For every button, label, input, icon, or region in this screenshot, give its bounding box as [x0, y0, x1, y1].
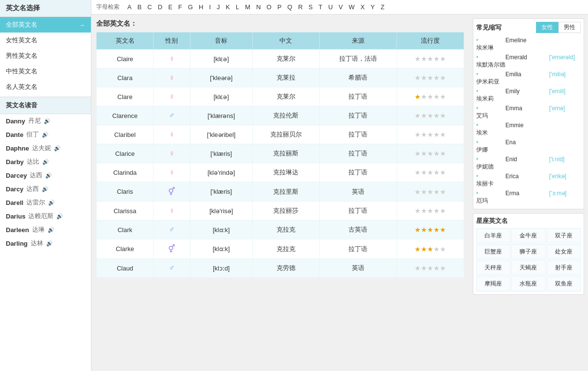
zodiac-cell[interactable]: 金牛座	[511, 228, 545, 243]
table-row[interactable]: Clark♂[klɑːk]克拉克古英语★★★★★	[97, 220, 464, 239]
abbr-item[interactable]: •Enid['iːnid]伊妮德	[476, 155, 581, 172]
table-row[interactable]: Claud♂[klɔːd]克劳德英语★★★★★	[97, 259, 464, 278]
table-row[interactable]: Claris⚥['klæris]克拉里斯英语★★★★★	[97, 182, 464, 202]
alpha-letter-btn[interactable]: N	[253, 2, 263, 12]
sidebar-name-item[interactable]: Darling 达林 🔊	[0, 236, 91, 250]
alpha-letter-btn[interactable]: S	[306, 2, 316, 12]
sidebar-name-item[interactable]: Darby 达比 🔊	[0, 155, 91, 169]
cell-name[interactable]: Clare	[97, 87, 154, 106]
speaker-icon[interactable]: 🔊	[54, 145, 61, 152]
cell-name[interactable]: Claud	[97, 259, 154, 278]
table-row[interactable]: Clare♀[klɛə]克莱尔拉丁语★★★★★	[97, 87, 464, 106]
zodiac-cell[interactable]: 水瓶座	[511, 276, 545, 291]
alpha-letter-btn[interactable]: Q	[284, 2, 295, 12]
cell-name[interactable]: Clarinda	[97, 163, 154, 182]
alpha-letter-btn[interactable]: L	[233, 2, 242, 12]
zodiac-cell[interactable]: 处女座	[547, 244, 581, 259]
speaker-icon[interactable]: 🔊	[56, 213, 63, 219]
zodiac-cell[interactable]: 白羊座	[476, 228, 510, 243]
table-row[interactable]: Clara♀['kleərə]克莱拉希腊语★★★★★	[97, 68, 464, 87]
alpha-letter-btn[interactable]: W	[346, 2, 358, 12]
sidebar-name-item[interactable]: Darell 达雷尔 🔊	[0, 196, 91, 209]
table-row[interactable]: Clarissa♀[klə'risə]克拉丽莎拉丁语★★★★★	[97, 202, 464, 220]
alpha-letter-btn[interactable]: F	[175, 2, 185, 12]
zodiac-cell[interactable]: 摩羯座	[476, 276, 510, 291]
alpha-letter-btn[interactable]: I	[206, 2, 214, 12]
sidebar-name-item[interactable]: Daphne 达夫妮 🔊	[0, 141, 91, 155]
speaker-icon[interactable]: 🔊	[42, 132, 49, 138]
speaker-icon[interactable]: 🔊	[46, 240, 53, 247]
alpha-letter-btn[interactable]: Y	[367, 2, 378, 12]
sidebar-item-male[interactable]: 男性英文名	[0, 48, 91, 64]
cell-name[interactable]: Clarence	[97, 106, 154, 125]
abbr-item[interactable]: •Emmie埃米	[476, 121, 581, 138]
sidebar-item-neutral[interactable]: 中性英文名	[0, 64, 91, 79]
sidebar-name-item[interactable]: Dante 但丁 🔊	[0, 128, 91, 141]
alpha-letter-btn[interactable]: K	[223, 2, 233, 12]
alpha-letter-btn[interactable]: V	[336, 2, 346, 12]
table-row[interactable]: Clarence♂['klærəns]克拉伦斯拉丁语★★★★★	[97, 106, 464, 125]
abbr-item[interactable]: •Emeline埃米琳	[476, 36, 581, 53]
speaker-icon[interactable]: 🔊	[42, 186, 49, 192]
alpha-letter-btn[interactable]: P	[275, 2, 285, 12]
zodiac-cell[interactable]: 天蝎座	[511, 260, 545, 275]
sidebar-item-celebrity[interactable]: 名人英文名	[0, 79, 91, 95]
zodiac-cell[interactable]: 射手座	[547, 260, 581, 275]
sidebar-name-item[interactable]: Darcy 达西 🔊	[0, 182, 91, 196]
table-row[interactable]: Clarinda♀[klə'rində]克拉琳达拉丁语★★★★★	[97, 163, 464, 182]
table-row[interactable]: Claribel♀['kleəribel]克拉丽贝尔拉丁语★★★★★	[97, 125, 464, 144]
sidebar-name-item[interactable]: Darcey 达西 🔊	[0, 169, 91, 182]
table-row[interactable]: Clarice♀['klæris]克拉丽斯拉丁语★★★★★	[97, 144, 464, 163]
abbr-item[interactable]: •Emma['emə]艾玛	[476, 104, 581, 121]
speaker-icon[interactable]: 🔊	[48, 200, 55, 206]
alpha-letter-btn[interactable]: B	[135, 2, 145, 12]
abbr-item[interactable]: •Ena伊娜	[476, 138, 581, 155]
alpha-letter-btn[interactable]: C	[144, 2, 155, 12]
cell-name[interactable]: Clark	[97, 220, 154, 239]
alpha-letter-btn[interactable]: A	[124, 2, 135, 12]
speaker-icon[interactable]: 🔊	[42, 159, 49, 165]
alpha-letter-btn[interactable]: Z	[378, 2, 387, 12]
alpha-letter-btn[interactable]: R	[295, 2, 305, 12]
cell-name[interactable]: Claire	[97, 50, 154, 68]
sidebar-name-item[interactable]: Darius 达赖厄斯 🔊	[0, 209, 91, 223]
table-row[interactable]: Claire♀[klɛə]克莱尔拉丁语，法语★★★★★	[97, 50, 464, 68]
alpha-letter-btn[interactable]: T	[316, 2, 326, 12]
speaker-icon[interactable]: 🔊	[44, 118, 51, 124]
abbr-item[interactable]: •Emerald['emərəld]埃默洛尔德	[476, 53, 581, 70]
alpha-letter-btn[interactable]: M	[242, 2, 253, 12]
alpha-letter-btn[interactable]: U	[325, 2, 335, 12]
zodiac-cell[interactable]: 双子座	[547, 228, 581, 243]
zodiac-cell[interactable]: 天秤座	[476, 260, 510, 275]
abbr-item[interactable]: •Emily['emili]埃米莉	[476, 87, 581, 104]
sidebar-name-item[interactable]: Danny 丹尼 🔊	[0, 114, 91, 128]
alpha-letter-btn[interactable]: G	[185, 2, 196, 12]
abbr-tab-female[interactable]: 女性	[536, 22, 558, 33]
abbr-item[interactable]: •Emilia['miliə]伊米莉亚	[476, 70, 581, 87]
cell-name[interactable]: Claris	[97, 182, 154, 202]
abbr-item[interactable]: •Erma['ɜːmə]厄玛	[476, 189, 581, 206]
zodiac-cell[interactable]: 双鱼座	[547, 276, 581, 291]
alpha-letter-btn[interactable]: D	[155, 2, 165, 12]
sidebar-item-all[interactable]: 全部英文名 →	[0, 17, 91, 33]
cell-name[interactable]: Claribel	[97, 125, 154, 144]
table-row[interactable]: Clarke⚥[klɑːk]克拉克拉丁语★★★★★	[97, 239, 464, 259]
abbr-cn: 埃米	[476, 129, 505, 137]
abbr-item[interactable]: •Erica['erikə]埃丽卡	[476, 172, 581, 189]
cell-name[interactable]: Clarke	[97, 239, 154, 259]
cell-name[interactable]: Clarice	[97, 144, 154, 163]
cell-name[interactable]: Clara	[97, 68, 154, 87]
zodiac-cell[interactable]: 巨蟹座	[476, 244, 510, 259]
speaker-icon[interactable]: 🔊	[48, 227, 54, 233]
cell-name[interactable]: Clarissa	[97, 202, 154, 220]
alpha-letter-btn[interactable]: J	[214, 2, 223, 12]
zodiac-cell[interactable]: 狮子座	[511, 244, 545, 259]
alpha-letter-btn[interactable]: E	[165, 2, 175, 12]
sidebar-item-female[interactable]: 女性英文名	[0, 33, 91, 48]
alpha-letter-btn[interactable]: X	[358, 2, 368, 12]
abbr-tab-male[interactable]: 男性	[558, 22, 581, 33]
sidebar-name-item[interactable]: Darleen 达琳 🔊	[0, 223, 91, 236]
alpha-letter-btn[interactable]: O	[264, 2, 275, 12]
alpha-letter-btn[interactable]: H	[196, 2, 206, 12]
speaker-icon[interactable]: 🔊	[45, 172, 52, 179]
